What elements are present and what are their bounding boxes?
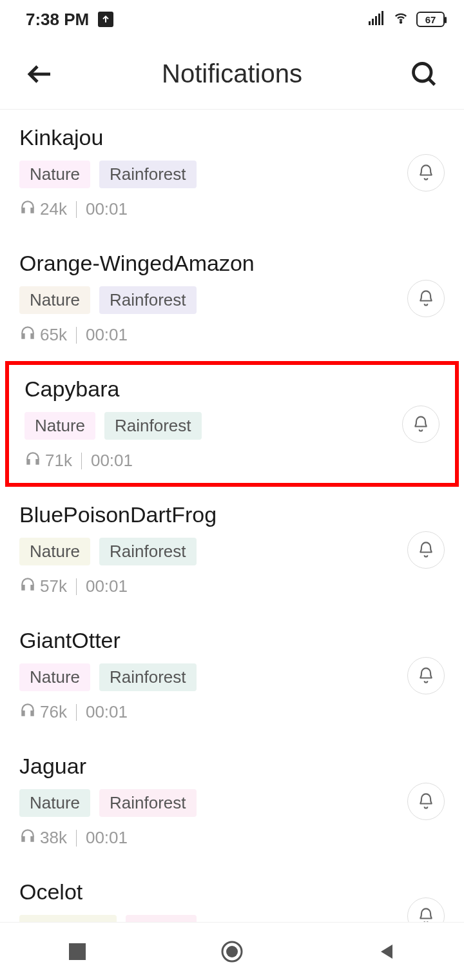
status-right: 67 bbox=[369, 10, 445, 30]
listen-count: 38k bbox=[40, 828, 67, 848]
item-title: GiantOtter bbox=[19, 628, 445, 653]
item-title: Ocelot bbox=[19, 879, 445, 905]
headphones-icon bbox=[19, 199, 36, 220]
tag-chip[interactable]: Nature bbox=[19, 538, 90, 565]
list-item[interactable]: BluePoisonDartFrogNatureRainforest57k00:… bbox=[0, 487, 464, 612]
tag-row: NatureRainforest bbox=[19, 789, 445, 817]
tag-row: NatureRainforest bbox=[19, 663, 445, 691]
stats-row: 65k00:01 bbox=[19, 324, 445, 346]
tag-chip[interactable]: Rainforest bbox=[99, 538, 197, 565]
list-item[interactable]: GiantOtterNatureRainforest76k00:01 bbox=[0, 612, 464, 738]
list-item[interactable]: JaguarNatureRainforest38k00:01 bbox=[0, 738, 464, 864]
battery-level: 67 bbox=[425, 14, 436, 25]
system-nav-bar bbox=[0, 922, 464, 980]
tag-chip[interactable]: Nature bbox=[19, 789, 90, 817]
headphones-icon bbox=[24, 450, 41, 471]
back-button[interactable] bbox=[22, 56, 58, 92]
battery-icon: 67 bbox=[416, 12, 445, 27]
tag-row: NatureRainforest bbox=[19, 286, 445, 314]
tag-chip[interactable]: Rainforest bbox=[99, 663, 197, 691]
bell-button[interactable] bbox=[407, 657, 445, 694]
svg-rect-3 bbox=[378, 14, 380, 25]
svg-rect-4 bbox=[382, 11, 383, 25]
item-title: Jaguar bbox=[19, 754, 445, 779]
nav-home-button[interactable] bbox=[216, 936, 248, 968]
tag-chip[interactable]: Nature bbox=[19, 286, 90, 314]
svg-point-6 bbox=[414, 63, 432, 81]
bell-button[interactable] bbox=[402, 406, 440, 443]
page-title: Notifications bbox=[58, 59, 406, 88]
duration: 00:01 bbox=[86, 576, 128, 596]
stats-row: 71k00:01 bbox=[24, 450, 440, 471]
tag-chip[interactable]: Rainforest bbox=[104, 412, 202, 440]
tag-row: NatureRainforest bbox=[19, 538, 445, 565]
bell-button[interactable] bbox=[407, 783, 445, 820]
listen-count: 65k bbox=[40, 325, 67, 345]
tag-chip[interactable]: Rainforest bbox=[99, 789, 197, 817]
bell-button[interactable] bbox=[407, 154, 445, 191]
listen-count: 76k bbox=[40, 702, 67, 722]
svg-rect-0 bbox=[369, 21, 371, 25]
svg-rect-2 bbox=[375, 16, 377, 25]
app-header: Notifications bbox=[0, 39, 464, 110]
stats-row: 24k00:01 bbox=[19, 199, 445, 220]
headphones-icon bbox=[19, 324, 36, 346]
listen-count: 24k bbox=[40, 199, 67, 219]
signal-icon bbox=[369, 10, 385, 30]
stats-divider bbox=[76, 578, 77, 595]
upload-icon bbox=[98, 12, 113, 27]
duration: 00:01 bbox=[86, 702, 128, 722]
item-title: BluePoisonDartFrog bbox=[19, 502, 445, 527]
stats-divider bbox=[81, 453, 82, 469]
stats-row: 38k00:01 bbox=[19, 827, 445, 848]
status-left: 7:38 PM bbox=[26, 10, 113, 30]
item-title: Kinkajou bbox=[19, 125, 445, 150]
tag-chip[interactable]: Nature bbox=[19, 663, 90, 691]
duration: 00:01 bbox=[86, 325, 128, 345]
nav-recent-button[interactable] bbox=[61, 936, 93, 968]
nav-back-button[interactable] bbox=[371, 936, 403, 968]
tag-chip[interactable]: Rainforest bbox=[99, 161, 197, 188]
stats-divider bbox=[76, 327, 77, 344]
svg-point-5 bbox=[400, 21, 401, 23]
stats-row: 76k00:01 bbox=[19, 701, 445, 723]
bell-button[interactable] bbox=[407, 280, 445, 317]
list-item[interactable]: KinkajouNatureRainforest24k00:01 bbox=[0, 110, 464, 235]
stats-divider bbox=[76, 704, 77, 721]
svg-rect-7 bbox=[69, 943, 86, 960]
listen-count: 57k bbox=[40, 576, 67, 596]
status-bar: 7:38 PM 67 bbox=[0, 0, 464, 39]
listen-count: 71k bbox=[45, 451, 72, 471]
tag-row: NatureRainforest bbox=[24, 412, 440, 440]
item-title: Orange-WingedAmazon bbox=[19, 251, 445, 276]
headphones-icon bbox=[19, 701, 36, 723]
stats-divider bbox=[76, 830, 77, 847]
tag-chip[interactable]: Nature bbox=[19, 161, 90, 188]
list-item[interactable]: Orange-WingedAmazonNatureRainforest65k00… bbox=[0, 235, 464, 361]
headphones-icon bbox=[19, 827, 36, 848]
wifi-icon bbox=[392, 10, 410, 30]
stats-divider bbox=[76, 201, 77, 218]
svg-point-9 bbox=[226, 946, 238, 957]
list-item[interactable]: CapybaraNatureRainforest71k00:01 bbox=[5, 361, 459, 487]
tag-row: NatureRainforest bbox=[19, 161, 445, 188]
search-button[interactable] bbox=[406, 56, 442, 92]
status-time: 7:38 PM bbox=[26, 10, 89, 30]
item-title: Capybara bbox=[24, 377, 440, 402]
svg-rect-1 bbox=[372, 19, 374, 25]
duration: 00:01 bbox=[91, 451, 133, 471]
notification-list[interactable]: KinkajouNatureRainforest24k00:01Orange-W… bbox=[0, 110, 464, 968]
duration: 00:01 bbox=[86, 828, 128, 848]
duration: 00:01 bbox=[86, 199, 128, 219]
tag-chip[interactable]: Nature bbox=[24, 412, 95, 440]
headphones-icon bbox=[19, 576, 36, 597]
bell-button[interactable] bbox=[407, 531, 445, 569]
tag-chip[interactable]: Rainforest bbox=[99, 286, 197, 314]
stats-row: 57k00:01 bbox=[19, 576, 445, 597]
